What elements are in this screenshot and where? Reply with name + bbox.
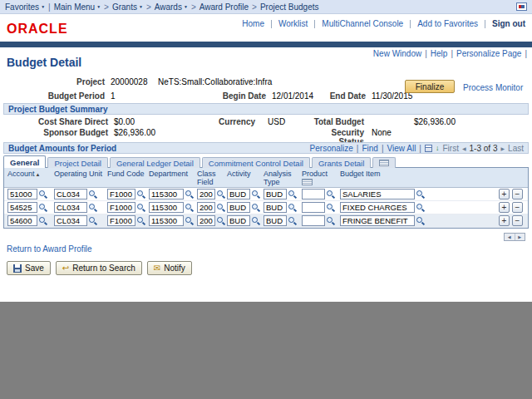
tab-show-all-columns[interactable]: [372, 157, 396, 168]
help-link[interactable]: Help: [431, 49, 448, 58]
tab-general-ledger-detail[interactable]: General Ledger Detail: [110, 157, 200, 168]
lookup-icon[interactable]: [88, 203, 97, 213]
account-input[interactable]: [7, 202, 37, 213]
operating-unit-input[interactable]: [54, 215, 87, 226]
save-button[interactable]: Save: [7, 261, 51, 275]
tab-grants-detail[interactable]: Grants Detail: [312, 157, 371, 168]
download-icon[interactable]: ↓: [436, 145, 440, 152]
tab-general[interactable]: General: [3, 155, 46, 168]
class-field-input[interactable]: [197, 189, 215, 200]
budget-item-input[interactable]: [340, 202, 415, 213]
lookup-icon[interactable]: [136, 190, 145, 200]
lookup-icon[interactable]: [88, 190, 97, 200]
column-header-analysis-type[interactable]: Analysis Type: [264, 168, 302, 187]
budget-item-input[interactable]: [340, 189, 415, 200]
lookup-icon[interactable]: [326, 190, 335, 200]
department-input[interactable]: [149, 189, 184, 200]
add-row-button[interactable]: +: [499, 215, 510, 226]
lookup-icon[interactable]: [136, 216, 145, 226]
delete-row-button[interactable]: −: [512, 189, 523, 200]
lookup-icon[interactable]: [416, 216, 425, 226]
lookup-icon[interactable]: [251, 216, 260, 226]
lookup-icon[interactable]: [38, 190, 47, 200]
personalize-link[interactable]: Personalize: [310, 144, 353, 153]
new-window-link[interactable]: New Window: [373, 49, 421, 58]
view-all-link[interactable]: View All: [387, 144, 416, 153]
header-link-add-to-favorites[interactable]: Add to Favorites: [417, 19, 478, 28]
department-input[interactable]: [149, 202, 184, 213]
column-header-activity[interactable]: Activity: [227, 168, 264, 187]
next-page-icon[interactable]: ▶: [500, 145, 505, 151]
breadcrumb-main-menu[interactable]: Main Menu▼: [54, 2, 101, 12]
class-field-input[interactable]: [197, 202, 215, 213]
lookup-icon[interactable]: [251, 203, 260, 213]
tab-commitment-control-detail[interactable]: Commitment Control Detail: [202, 157, 310, 168]
analysis-type-input[interactable]: [264, 215, 287, 226]
lookup-icon[interactable]: [136, 203, 145, 213]
lookup-icon[interactable]: [251, 190, 260, 200]
activity-input[interactable]: [227, 189, 250, 200]
column-header-fund-code[interactable]: Fund Code: [107, 168, 149, 187]
presence-status-icon[interactable]: [516, 2, 527, 11]
lookup-icon[interactable]: [416, 190, 425, 200]
lookup-icon[interactable]: [216, 216, 225, 226]
lookup-icon[interactable]: [38, 203, 47, 213]
fund-code-input[interactable]: [107, 202, 135, 213]
fund-code-input[interactable]: [107, 189, 135, 200]
lookup-icon[interactable]: [216, 190, 225, 200]
account-input[interactable]: [7, 215, 37, 226]
lookup-icon[interactable]: [416, 203, 425, 213]
analysis-type-input[interactable]: [264, 202, 287, 213]
activity-input[interactable]: [227, 215, 250, 226]
personalize-page-link[interactable]: Personalize Page: [456, 49, 521, 58]
lookup-icon[interactable]: [185, 190, 194, 200]
column-header-account[interactable]: Account▲: [7, 168, 54, 187]
lookup-icon[interactable]: [185, 216, 194, 226]
lookup-icon[interactable]: [216, 203, 225, 213]
column-header-budget-item[interactable]: Budget Item: [340, 168, 433, 187]
first-link[interactable]: First: [442, 144, 458, 153]
column-header-product[interactable]: Product: [302, 168, 340, 187]
delete-row-button[interactable]: −: [512, 202, 523, 213]
header-link-worklist[interactable]: Worklist: [278, 19, 308, 28]
breadcrumb-grants[interactable]: Grants▼: [112, 2, 143, 12]
delete-row-button[interactable]: −: [512, 215, 523, 226]
finalize-button[interactable]: Finalize: [405, 80, 455, 93]
scroll-left-icon[interactable]: ◀: [505, 234, 515, 240]
department-input[interactable]: [149, 215, 184, 226]
scroll-right-icon[interactable]: ▶: [515, 234, 525, 240]
product-input[interactable]: [302, 189, 325, 200]
process-monitor-link[interactable]: Process Monitor: [463, 83, 523, 92]
lookup-icon[interactable]: [185, 203, 194, 213]
lookup-icon[interactable]: [326, 216, 335, 226]
lookup-icon[interactable]: [288, 190, 297, 200]
breadcrumb-favorites[interactable]: Favorites▼: [5, 2, 45, 12]
lookup-icon[interactable]: [288, 203, 297, 213]
add-row-button[interactable]: +: [499, 189, 510, 200]
product-input[interactable]: [302, 215, 325, 226]
fund-code-input[interactable]: [107, 215, 135, 226]
return-to-award-profile-link[interactable]: Return to Award Profile: [7, 244, 92, 254]
header-link-multichannel-console[interactable]: MultiChannel Console: [322, 19, 403, 28]
column-header-operating-unit[interactable]: Operating Unit: [54, 168, 107, 187]
tab-project-detail[interactable]: Project Detail: [47, 157, 108, 168]
sign-out-link[interactable]: Sign out: [492, 19, 525, 28]
lookup-icon[interactable]: [326, 203, 335, 213]
header-link-home[interactable]: Home: [242, 19, 264, 28]
column-header-department[interactable]: Department: [149, 168, 197, 187]
column-header-class-field[interactable]: Class Field: [197, 168, 227, 187]
operating-unit-input[interactable]: [54, 202, 87, 213]
account-input[interactable]: [7, 189, 37, 200]
breadcrumb-award-profile[interactable]: Award Profile: [200, 2, 249, 12]
notify-button[interactable]: ✉Notify: [147, 261, 192, 275]
analysis-type-input[interactable]: [264, 189, 287, 200]
breadcrumb-awards[interactable]: Awards▼: [155, 2, 188, 12]
class-field-input[interactable]: [197, 215, 215, 226]
budget-item-input[interactable]: [340, 215, 415, 226]
previous-page-icon[interactable]: ◀: [462, 145, 466, 151]
return-to-search-button[interactable]: ↩Return to Search: [56, 261, 142, 275]
add-row-button[interactable]: +: [499, 202, 510, 213]
lookup-icon[interactable]: [88, 216, 97, 226]
find-link[interactable]: Find: [362, 144, 377, 153]
lookup-icon[interactable]: [38, 216, 47, 226]
